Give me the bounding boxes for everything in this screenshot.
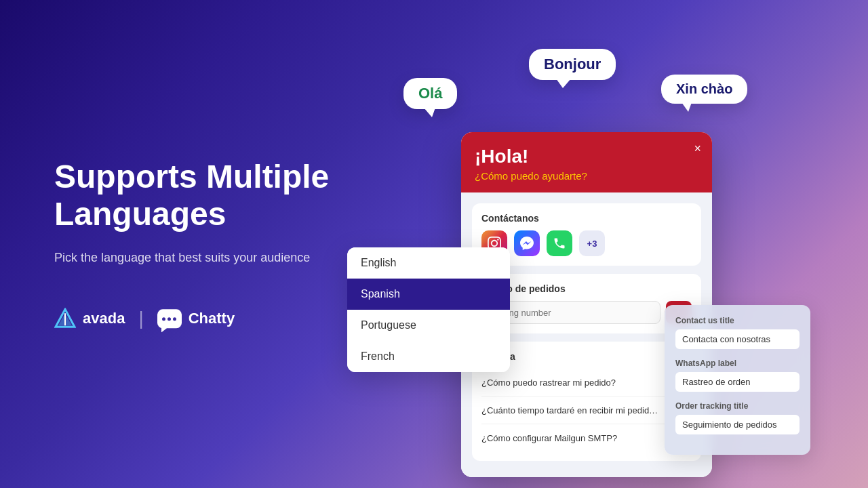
close-button[interactable]: × (694, 142, 701, 156)
chat-header: × ¡Hola! ¿Cómo puedo ayudarte? (461, 132, 712, 192)
bubble-bonjour-text: Bonjour (544, 56, 601, 73)
lang-spanish[interactable]: Spanish (347, 279, 510, 310)
avada-label: avada (83, 310, 125, 328)
chatty-brand: Chatty (157, 310, 235, 329)
tracking-title: miento de pedidos (481, 283, 692, 294)
brand-divider: | (138, 308, 143, 330)
setting-label-3: Order tracking title (675, 401, 800, 411)
setting-input-1[interactable] (675, 329, 800, 349)
chat-title: ¡Hola! (475, 146, 698, 167)
messenger-icon[interactable] (514, 230, 540, 256)
contact-icons: +3 (481, 230, 692, 256)
dot-3 (173, 317, 176, 321)
more-channels-button[interactable]: +3 (579, 230, 605, 256)
chatty-icon (157, 310, 182, 329)
contact-label: Contáctanos (481, 213, 692, 224)
faq-item-2[interactable]: ¿Cuánto tiempo tardaré en recibir mi ped… (481, 396, 692, 424)
setting-label-2: WhatsApp label (675, 359, 800, 368)
setting-input-3[interactable] (675, 415, 800, 434)
tracking-input-row (481, 301, 692, 324)
avada-icon (54, 308, 76, 330)
lang-portuguese[interactable]: Portuguese (347, 310, 510, 341)
setting-label-1: Contact us title (675, 316, 800, 325)
phone-icon[interactable] (547, 230, 572, 256)
setting-group-1: Contact us title (675, 316, 800, 349)
chatty-dots (162, 317, 176, 321)
bubble-bonjour: Bonjour (529, 49, 616, 80)
dot-2 (167, 317, 171, 321)
settings-panel: Contact us title WhatsApp label Order tr… (665, 305, 810, 455)
bubble-xinchao: Xin chào (661, 75, 747, 104)
faq-item-1[interactable]: ¿Cómo puedo rastrear mi pedido? › (481, 369, 692, 396)
setting-input-2[interactable] (675, 372, 800, 392)
setting-group-3: Order tracking title (675, 401, 800, 434)
faq-text-2: ¿Cuánto tiempo tardaré en recibir mi ped… (481, 405, 658, 415)
main-heading: Supports Multiple Languages (54, 158, 346, 232)
bubble-xinchao-text: Xin chào (676, 81, 732, 96)
avada-brand: avada (54, 308, 125, 330)
faq-text-1: ¿Cómo puedo rastrear mi pedido? (481, 378, 616, 388)
faq-item-3[interactable]: ¿Cómo configurar Mailgun SMTP? › (481, 424, 692, 451)
lang-french[interactable]: French (347, 341, 510, 372)
setting-group-2: WhatsApp label (675, 359, 800, 392)
bubble-ola-text: Olá (418, 85, 442, 102)
brand-bar: avada | Chatty (54, 308, 346, 330)
dot-1 (162, 317, 165, 321)
bubble-ola: Olá (403, 78, 457, 109)
chatty-label: Chatty (189, 310, 235, 328)
lang-english[interactable]: English (347, 247, 510, 279)
language-dropdown: English Spanish Portuguese French (347, 247, 510, 372)
left-section: Supports Multiple Languages Pick the lan… (54, 158, 346, 329)
sub-text: Pick the language that best suits your a… (54, 249, 346, 268)
help-title: r ayuda (481, 351, 692, 362)
chat-subtitle: ¿Cómo puedo ayudarte? (475, 170, 698, 182)
faq-text-3: ¿Cómo configurar Mailgun SMTP? (481, 433, 617, 443)
